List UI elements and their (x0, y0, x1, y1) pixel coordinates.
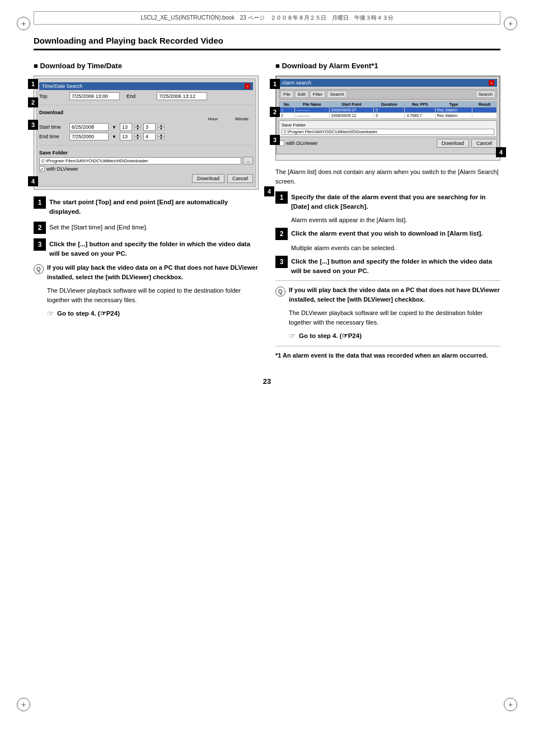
section-title: Downloading and Playing back Recorded Vi… (34, 36, 500, 50)
col-no: No. (279, 102, 295, 107)
alarm-cancel-button[interactable]: Cancel (471, 139, 497, 148)
with-dlviewer-row: ✓ with DLViewer (39, 166, 253, 172)
note1-icon: Q (34, 264, 44, 274)
toolbar-edit[interactable]: Edit (295, 91, 308, 98)
start-minute-spinner[interactable]: ▲ ▼ (158, 124, 165, 130)
footnote: *1 An alarm event is the data that was r… (275, 351, 500, 360)
col-startpoint: Start Point (329, 102, 374, 107)
alarm-btn-group: Download Cancel (437, 139, 497, 148)
goto2-text: Go to step 4. (☞P24) (299, 332, 362, 340)
step1-num: 1 (34, 196, 46, 209)
overlay-num-2: 2 (28, 97, 38, 107)
step3-text: Click the [...] button and specify the f… (49, 238, 259, 259)
goto1-icon: ☞ (47, 309, 54, 318)
note1-block: Q If you will play back the video data o… (34, 263, 259, 281)
hour-minute-labels: Hour Minute (39, 116, 253, 121)
note2-para: The DLViewer playback software will be c… (289, 308, 500, 327)
alarm-save-row: C:\Program Files\SANYO\DC\Utilities\HD\D… (282, 129, 494, 135)
time-date-screenshot: 1 2 3 4 Time/Date Search × Top 7/25/2006… (34, 76, 259, 190)
cancel-button[interactable]: Cancel (227, 174, 253, 183)
note2-icon: Q (275, 287, 285, 297)
alarm-title-bar: Alarm search × (279, 79, 497, 87)
alarm-save-folder: Save Folder C:\Program Files\SANYO\DC\Ut… (279, 120, 497, 137)
alarm-download-button[interactable]: Download (437, 139, 469, 148)
step3-block: 3 Click the [...] button and specify the… (34, 238, 259, 259)
toolbar-search[interactable]: Search (327, 91, 346, 98)
alarm-overlay-1: 1 (270, 79, 280, 89)
toolbar-file[interactable]: File (280, 91, 293, 98)
right-column: Download by Alarm Event*1 1 2 3 4 Alarm … (275, 62, 500, 360)
col-filename: File Name (295, 102, 330, 107)
start-hour-spinner[interactable]: ▲ ▼ (134, 124, 141, 130)
alarm-overlay-4: 4 (496, 147, 506, 157)
table-row[interactable]: 1 ---------- 2006/06/06 07 0 Rec.Station (279, 107, 497, 113)
alarm-screenshot-inner: Alarm search × File Edit Filter Search S… (276, 76, 500, 154)
end-time-row: End time 7/25/2000 ▼ 13 ▲ ▼ 4 ▲ ▼ (39, 133, 253, 140)
step2-block: 2 Set the [Start time] and [End time]. (34, 222, 259, 234)
corner-marker-br (504, 698, 517, 711)
left-column: Download by Time/Date 1 2 3 4 Time/Date … (34, 62, 259, 360)
right-step2-block: 2 Click the alarm event that you wish to… (275, 228, 500, 240)
goto2-block: ☞ Go to step 4. (☞P24) (289, 331, 500, 340)
screenshot-title-bar: Time/Date Search × (39, 82, 253, 90)
alarm-overlay-3: 3 (270, 135, 280, 145)
right-step1-text: Specify the date of the alarm event that… (291, 191, 500, 212)
end-minute-spinner[interactable]: ▲ ▼ (158, 133, 165, 140)
close-icon[interactable]: × (245, 83, 250, 89)
right-step2-sub: Multiple alarm events can be selected. (291, 245, 500, 251)
alarm-with-dlviewer-row: with DLViewer (279, 140, 318, 146)
col-type: Type (435, 102, 472, 107)
right-subtitle: Download by Alarm Event*1 (275, 62, 500, 70)
note2-text: If you will play back the video data on … (289, 285, 500, 304)
main-content: Download by Time/Date 1 2 3 4 Time/Date … (34, 62, 500, 360)
end-hour-spinner[interactable]: ▲ ▼ (134, 133, 141, 140)
overlay-num-4b: 4 (264, 186, 274, 196)
browse-button[interactable]: ... (243, 157, 253, 165)
goto2-icon: ☞ (289, 331, 296, 340)
goto1-text: Go to step 4. (☞P24) (57, 309, 120, 317)
left-subtitle: Download by Time/Date (34, 62, 259, 70)
alarm-table: No. File Name Start Point Duration Rec F… (279, 101, 497, 119)
corner-marker-tr (504, 17, 517, 30)
alarm-toolbar: File Edit Filter Search Search (279, 89, 497, 100)
start-time-row: Start time 6/25/2008 ▼ 13 ▲ ▼ 3 ▲ ▼ (39, 123, 253, 131)
page-number: 23 (34, 377, 500, 386)
step2-num: 2 (34, 222, 46, 234)
alarm-search-screenshot: 1 2 3 4 Alarm search × File Edit Filter … (275, 76, 500, 161)
toolbar-filter[interactable]: Filter (310, 91, 326, 98)
overlay-num-3: 3 (28, 120, 38, 130)
alarm-note-top: The [Alarm list] does not contain any al… (275, 167, 500, 186)
screenshot-inner: Time/Date Search × Top 7/25/2006 13:00 E… (36, 78, 256, 187)
col-fps: Rec FPS (405, 102, 435, 107)
right-step1-sub: Alarm events will appear in the [Alarm l… (291, 217, 500, 223)
alarm-overlay-2: 2 (270, 107, 280, 117)
right-step2-num: 2 (275, 228, 288, 240)
right-step2-text: Click the alarm event that you wish to d… (291, 228, 483, 238)
step2-text: Set the [Start time] and [End time]. (49, 222, 148, 232)
corner-marker-tl (17, 17, 30, 30)
overlay-num-1: 1 (28, 79, 38, 89)
goto1-block: ☞ Go to step 4. (☞P24) (47, 309, 259, 318)
col-duration: Duration (374, 102, 405, 107)
note2-block: Q If you will play back the video data o… (275, 285, 500, 304)
alarm-bottom-bar: with DLViewer Download Cancel (279, 139, 497, 148)
download-button[interactable]: Download (192, 174, 224, 183)
overlay-num-4: 4 (28, 176, 38, 186)
toolbar-search2[interactable]: Search (476, 91, 495, 98)
button-row: Download Cancel (39, 174, 253, 183)
step3-num: 3 (34, 238, 46, 251)
save-folder-row: C:\Program Files\SANYO\DC\Utilities\HD\D… (39, 157, 253, 165)
right-step3-num: 3 (275, 256, 288, 268)
top-end-row: Top 7/25/2006 13:00 End 7/25/2006 13:12 (39, 92, 253, 100)
table-row[interactable]: 2 ---------- 2006/06/06 12 0 4.7985.7 Re… (279, 113, 497, 119)
corner-marker-bl (17, 698, 30, 711)
alarm-close-icon[interactable]: × (489, 80, 494, 86)
with-dlviewer-checkbox[interactable]: ✓ (39, 166, 45, 172)
right-step3-text: Click the [...] button and specify the f… (291, 256, 500, 276)
right-step3-block: 3 Click the [...] button and specify the… (275, 256, 500, 276)
header-text: L5CL2_XE_US(INSTRUCTION).book 23 ページ ２００… (140, 15, 393, 21)
note1-text: If you will play back the video data on … (47, 263, 259, 281)
header-bar: L5CL2_XE_US(INSTRUCTION).book 23 ページ ２００… (34, 11, 500, 25)
step1-text: The start point [Top] and end point [End… (49, 196, 259, 217)
col-result: Result (472, 102, 497, 107)
